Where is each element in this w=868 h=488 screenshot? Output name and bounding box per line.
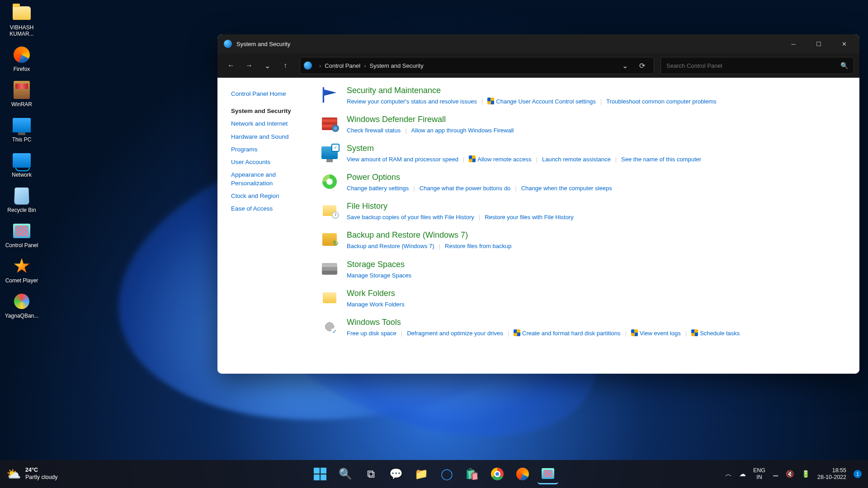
- maximize-button[interactable]: ☐: [806, 34, 831, 53]
- sidebar-item-5[interactable]: User Accounts: [231, 156, 312, 169]
- task-view-button[interactable]: ⧉: [360, 464, 381, 484]
- sidebar-item-2[interactable]: Network and Internet: [231, 117, 312, 130]
- desktop-icon-label: WinRAR: [11, 101, 32, 108]
- wifi-icon[interactable]: ⚊: [773, 470, 778, 478]
- close-button[interactable]: ✕: [831, 34, 857, 53]
- volume-icon[interactable]: 🔇: [786, 470, 794, 478]
- onedrive-icon[interactable]: ☁: [739, 470, 746, 478]
- desktop-icon-firefox[interactable]: Firefox: [2, 45, 42, 72]
- cortana-button[interactable]: ◯: [436, 464, 457, 484]
- shield-icon: [691, 329, 698, 336]
- link[interactable]: Allow remote access: [477, 156, 531, 163]
- link[interactable]: View amount of RAM and processor speed: [347, 156, 458, 163]
- link[interactable]: See the name of this computer: [621, 156, 701, 163]
- desktop-icon-recycle[interactable]: Recycle Bin: [2, 186, 42, 213]
- link[interactable]: Save backup copies of your files with Fi…: [347, 214, 474, 221]
- group-system: SystemView amount of RAM and processor s…: [321, 144, 850, 164]
- link[interactable]: Troubleshoot common computer problems: [606, 98, 717, 105]
- group-title[interactable]: Security and Maintenance: [347, 86, 850, 95]
- link[interactable]: Schedule tasks: [700, 330, 740, 337]
- link-divider: |: [405, 127, 406, 134]
- notification-badge[interactable]: 1: [854, 470, 862, 478]
- link[interactable]: Create and format hard disk partitions: [522, 330, 621, 337]
- sidebar-item-0[interactable]: Control Panel Home: [231, 88, 312, 100]
- sidebar-item-3[interactable]: Hardware and Sound: [231, 131, 312, 143]
- desktop-icon-cp[interactable]: Control Panel: [2, 221, 42, 249]
- search-icon[interactable]: 🔍: [840, 62, 848, 69]
- search-box[interactable]: 🔍: [660, 57, 854, 74]
- refresh-button[interactable]: ⟳: [634, 57, 650, 74]
- network-icon: [12, 151, 31, 170]
- recent-dropdown[interactable]: ⌄: [259, 57, 275, 74]
- group-title[interactable]: System: [347, 144, 850, 153]
- address-dropdown-button[interactable]: ⌄: [617, 57, 633, 74]
- store-button[interactable]: 🛍️: [462, 464, 482, 484]
- link[interactable]: Allow an app through Windows Firewall: [411, 127, 514, 134]
- link[interactable]: Launch remote assistance: [542, 156, 611, 163]
- desktop-icon-yagna[interactable]: YagnaQBan...: [2, 292, 42, 319]
- search-input[interactable]: [666, 62, 840, 69]
- back-button[interactable]: ←: [223, 57, 239, 74]
- taskbar-search-button[interactable]: 🔍: [335, 464, 356, 484]
- chrome-button[interactable]: [487, 464, 508, 484]
- group-title[interactable]: File History: [347, 202, 850, 211]
- desktop-icon-network[interactable]: Network: [2, 151, 42, 178]
- group-links: Backup and Restore (Windows 7)|Restore f…: [347, 241, 850, 251]
- link[interactable]: Manage Storage Spaces: [347, 272, 411, 279]
- fh-icon: [321, 202, 339, 220]
- app-icon: [224, 40, 232, 48]
- link[interactable]: Check firewall status: [347, 127, 401, 134]
- titlebar[interactable]: System and Security ─ ☐ ✕: [217, 34, 859, 53]
- desktop-icon-winrar[interactable]: WinRAR: [2, 80, 42, 108]
- group-title[interactable]: Power Options: [347, 173, 850, 182]
- chat-button[interactable]: 💬: [386, 464, 406, 484]
- content-area: Security and MaintenanceReview your comp…: [317, 78, 859, 374]
- group-title[interactable]: Windows Tools: [347, 318, 850, 327]
- link[interactable]: Defragment and optimize your drives: [407, 330, 503, 337]
- desktop-icon-comet[interactable]: Comet Player: [2, 257, 42, 284]
- link[interactable]: Change User Account Control settings: [496, 98, 595, 105]
- group-title[interactable]: Storage Spaces: [347, 260, 850, 269]
- shield-icon: [487, 98, 494, 104]
- group-title[interactable]: Backup and Restore (Windows 7): [347, 230, 850, 240]
- control-panel-taskbar-button[interactable]: [538, 464, 558, 484]
- sidebar-item-7[interactable]: Clock and Region: [231, 190, 312, 202]
- address-bar[interactable]: › Control Panel › System and Security ⌄ …: [300, 57, 654, 74]
- link[interactable]: View event logs: [640, 330, 681, 337]
- link[interactable]: Manage Work Folders: [347, 301, 405, 308]
- start-button[interactable]: [310, 464, 330, 484]
- desktop-icon-thispc[interactable]: This PC: [2, 116, 42, 143]
- forward-button[interactable]: →: [241, 57, 257, 74]
- taskbar: ⛅ 24°C Partly cloudy 🔍 ⧉ 💬 📁 ◯ 🛍️ ︿ ☁ EN…: [0, 460, 868, 488]
- link[interactable]: Change when the computer sleeps: [521, 185, 612, 192]
- desktop-icon-folder[interactable]: VIBHASH KUMAR...: [2, 4, 42, 37]
- link[interactable]: Free up disk space: [347, 330, 396, 337]
- breadcrumb-root[interactable]: Control Panel: [325, 62, 360, 69]
- firefox-button[interactable]: [512, 464, 533, 484]
- group-title[interactable]: Windows Defender Firewall: [347, 115, 850, 124]
- sidebar-item-8[interactable]: Ease of Access: [231, 202, 312, 215]
- language-indicator[interactable]: ENG IN: [753, 467, 765, 481]
- link[interactable]: Backup and Restore (Windows 7): [347, 243, 434, 249]
- taskbar-weather[interactable]: ⛅ 24°C Partly cloudy: [6, 467, 58, 481]
- group-workf: Work FoldersManage Work Folders: [321, 289, 850, 310]
- group-links: Manage Storage Spaces: [347, 271, 850, 281]
- sidebar-item-6[interactable]: Appearance and Personalization: [231, 169, 312, 189]
- firefox-icon: [12, 45, 31, 64]
- link[interactable]: Restore your files with File History: [485, 214, 574, 221]
- link[interactable]: Review your computer's status and resolv…: [347, 98, 477, 105]
- link[interactable]: Restore files from backup: [445, 243, 511, 249]
- explorer-button[interactable]: 📁: [411, 464, 432, 484]
- group-power: Power OptionsChange battery settings|Cha…: [321, 173, 850, 193]
- minimize-button[interactable]: ─: [781, 34, 806, 53]
- up-button[interactable]: ↑: [277, 57, 293, 74]
- battery-icon[interactable]: 🔋: [802, 470, 810, 478]
- link[interactable]: Change what the power buttons do: [420, 185, 511, 192]
- clock[interactable]: 18:55 28-10-2022: [817, 467, 846, 481]
- breadcrumb-current[interactable]: System and Security: [369, 62, 423, 69]
- sidebar-item-1[interactable]: System and Security: [231, 105, 312, 117]
- sidebar-item-4[interactable]: Programs: [231, 143, 312, 156]
- group-title[interactable]: Work Folders: [347, 289, 850, 298]
- link[interactable]: Change battery settings: [347, 185, 409, 192]
- chevron-up-icon[interactable]: ︿: [725, 470, 732, 479]
